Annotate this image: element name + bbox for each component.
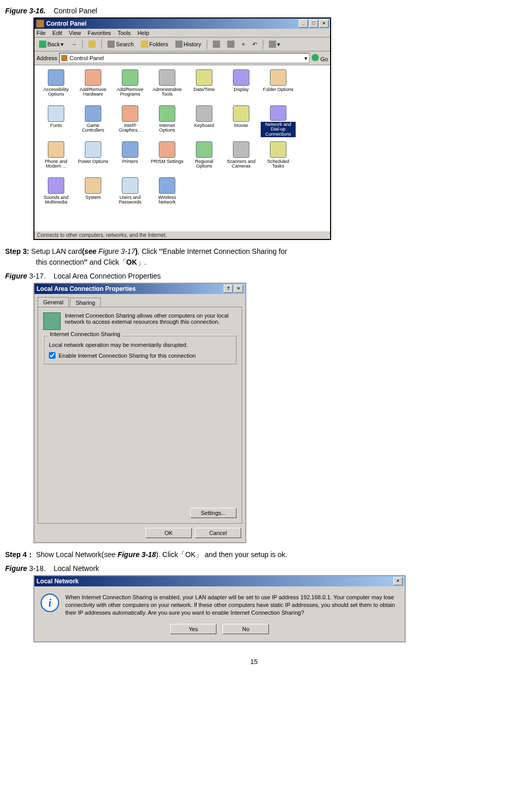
control-panel-item-label: Folder Options (262, 87, 294, 93)
control-panel-small-icon (61, 55, 67, 61)
control-panel-item[interactable]: Date/Time (187, 69, 222, 101)
control-panel-item[interactable]: Add/Remove Hardware (76, 69, 111, 101)
control-panel-item-label: Administrative Tools (150, 87, 185, 98)
back-button[interactable]: Back ▾ (37, 39, 66, 49)
control-panel-item[interactable]: Display (224, 69, 259, 101)
settings-button[interactable]: Settings... (190, 508, 237, 518)
maximize-button[interactable]: □ (309, 20, 318, 28)
tab-sharing[interactable]: Sharing (70, 298, 101, 307)
control-panel-item[interactable]: Power Options (76, 141, 111, 173)
tab-panel-sharing: Internet Connection Sharing allows other… (38, 307, 242, 524)
control-panel-item-icon (196, 105, 212, 122)
menu-file[interactable]: File (37, 30, 46, 36)
control-panel-item[interactable]: Intel® Graphics... (113, 105, 148, 137)
control-panel-item[interactable]: Fonts (39, 105, 74, 137)
tabs: General Sharing (34, 294, 245, 307)
messagebox-body: i When Internet Connection Sharing is en… (34, 586, 405, 620)
dialog-titlebar: Local Area Connection Properties ? × (34, 284, 245, 294)
control-panel-item-label: Fonts (49, 123, 63, 128)
extra-button-1[interactable] (210, 39, 223, 49)
control-panel-item-label: Accessibility Options (39, 87, 74, 98)
up-button[interactable] (86, 39, 98, 49)
menu-view[interactable]: View (69, 30, 81, 36)
control-panel-item[interactable]: Administrative Tools (150, 69, 185, 101)
control-panel-item-label: Wireless Network (150, 195, 185, 206)
control-panel-item-icon (122, 105, 138, 122)
control-panel-item-label: Sounds and Multimedia (39, 195, 74, 206)
control-panel-item[interactable]: Mouse (224, 105, 259, 137)
search-button[interactable]: Search (105, 39, 136, 49)
control-panel-item[interactable]: Scanners and Cameras (224, 141, 259, 173)
control-panel-item[interactable]: Game Controllers (76, 105, 111, 137)
views-button[interactable]: ▾ (266, 39, 283, 49)
yes-button[interactable]: Yes (170, 624, 216, 634)
close-button[interactable]: × (234, 285, 243, 293)
ok-button[interactable]: OK (146, 528, 192, 538)
history-button[interactable]: History (173, 39, 204, 49)
control-panel-item-label: Printers (121, 159, 139, 164)
messagebox-titlebar: Local Network × (34, 576, 405, 586)
address-field[interactable]: Control Panel ▾ (59, 53, 310, 63)
sharing-info-icon (43, 312, 61, 330)
control-panel-item[interactable]: Add/Remove Programs (113, 69, 148, 101)
control-panel-item-label: Users and Passwords (113, 195, 148, 206)
folders-button[interactable]: Folders (138, 39, 171, 49)
menu-help[interactable]: Help (137, 30, 149, 36)
control-panel-item[interactable]: Regional Options (187, 141, 222, 173)
figure-3-18-title: Figure 3-18. Local Network (5, 564, 503, 573)
delete-button[interactable]: × (239, 40, 247, 49)
control-panel-item[interactable]: Users and Passwords (113, 177, 148, 209)
enable-ics-checkbox[interactable] (49, 352, 56, 359)
control-panel-item-icon (122, 141, 138, 158)
undo-button[interactable]: ↶ (250, 40, 260, 49)
control-panel-item-icon (85, 105, 101, 122)
extra-button-2[interactable] (225, 39, 237, 49)
tab-general[interactable]: General (38, 297, 69, 307)
control-panel-item-icon (48, 177, 64, 194)
cancel-button[interactable]: Cancel (195, 528, 241, 538)
control-panel-item-label: Mouse (233, 123, 249, 128)
control-panel-item[interactable]: Folder Options (261, 69, 296, 101)
control-panel-item-icon (270, 105, 286, 121)
control-panel-item[interactable]: Internet Options (150, 105, 185, 137)
control-panel-item-icon (122, 177, 138, 194)
control-panel-item-icon (196, 141, 212, 158)
folders-icon (141, 41, 148, 48)
control-panel-item[interactable]: Printers (113, 141, 148, 173)
help-button[interactable]: ? (224, 285, 233, 293)
control-panel-item[interactable]: Keyboard (187, 105, 222, 137)
control-panel-item[interactable]: System (76, 177, 111, 209)
control-panel-item-label: System (84, 195, 102, 200)
control-panel-item[interactable]: Accessibility Options (39, 69, 74, 101)
figure-3-16-title: Figure 3-16. Control Panel (5, 7, 503, 15)
up-folder-icon (88, 41, 96, 48)
control-panel-item[interactable]: Sounds and Multimedia (39, 177, 74, 209)
menu-edit[interactable]: Edit (52, 30, 62, 36)
addressbar: Address Control Panel ▾ Go (34, 51, 330, 65)
sharing-info-text: Internet Connection Sharing allows other… (65, 312, 237, 325)
menu-tools[interactable]: Tools (118, 30, 131, 36)
menu-favorites[interactable]: Favorites (88, 30, 111, 36)
control-panel-window: Control Panel _ □ × File Edit View Favor… (33, 17, 331, 240)
no-button[interactable]: No (223, 624, 269, 634)
control-panel-item-label: Phone and Modem ... (39, 159, 74, 170)
dialog-buttons: OK Cancel (34, 524, 245, 542)
forward-button[interactable]: → (68, 40, 79, 49)
close-button[interactable]: × (393, 577, 403, 585)
control-panel-item[interactable]: Network and Dial-up Connections (261, 105, 296, 137)
go-icon (312, 54, 319, 61)
control-panel-item[interactable]: PRISM Settings (150, 141, 185, 173)
back-arrow-icon (39, 41, 46, 48)
toolbar: Back ▾ → Search Folders History × ↶ ▾ (34, 38, 330, 51)
minimize-button[interactable]: _ (299, 20, 308, 28)
control-panel-item-label: Internet Options (150, 123, 185, 134)
go-button[interactable]: Go (312, 54, 328, 62)
control-panel-item[interactable]: Wireless Network (150, 177, 185, 209)
control-panel-item[interactable]: Scheduled Tasks (261, 141, 296, 173)
control-panel-item-icon (48, 69, 64, 86)
titlebar: Control Panel _ □ × (34, 19, 330, 29)
address-dropdown-icon[interactable]: ▾ (304, 55, 307, 62)
control-panel-item[interactable]: Phone and Modem ... (39, 141, 74, 173)
close-button[interactable]: × (319, 20, 329, 28)
control-panel-item-icon (270, 69, 286, 86)
